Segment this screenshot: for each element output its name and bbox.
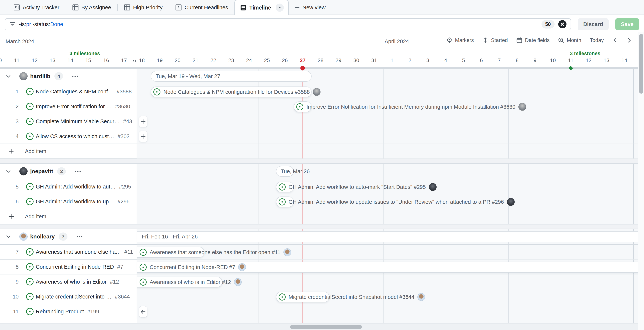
add-dates-button[interactable] [139, 116, 148, 127]
issue-open-icon [26, 293, 34, 300]
day-label: 25 [264, 58, 270, 63]
issue-open-icon [278, 183, 286, 191]
row-timeline: Migrate credentialSecret into Snapshot m… [137, 289, 638, 304]
row-number: 9 [0, 279, 19, 285]
date-fields-button[interactable]: Date fields [516, 37, 550, 43]
issue-title: Rebranding Product [36, 308, 84, 315]
row-number: 11 [0, 308, 19, 315]
month-label: April 2024 [384, 39, 409, 45]
issue-number: #11 [124, 249, 133, 255]
issue-open-icon [140, 278, 147, 286]
table-row: Improve Error Notification for Insuffici… [0, 99, 644, 114]
rows-icon [240, 5, 246, 11]
row-side[interactable]: 4Allow CS access to which cust…#302 [0, 129, 137, 144]
group-menu-button[interactable] [75, 168, 81, 175]
tab-current-headlines[interactable]: Current Headlines [169, 0, 234, 15]
add-item-row: Add item [0, 209, 644, 224]
row-timeline: Awareness of who is in Editor #12 [137, 274, 638, 289]
sort-started-button[interactable]: Started [482, 37, 508, 43]
day-label: 8 [516, 58, 518, 63]
group-header-side[interactable]: joepavitt2 [0, 164, 137, 179]
table-row: Concurrent Editing in Node-RED #78Concur… [0, 259, 644, 274]
tab-high-priority[interactable]: High Priority [118, 0, 169, 15]
group-header-side[interactable]: knolleary7 [0, 229, 137, 245]
group-header-side[interactable]: hardillb4 [0, 69, 137, 84]
issue-title: Complete Minimum Viable Secur… [36, 118, 120, 125]
avatar [429, 183, 436, 191]
group-header: Tue, Mar 26joepavitt2 [0, 164, 644, 179]
today-marker-dot [300, 66, 305, 70]
row-side[interactable]: 9Awareness of who is in Editor#12 [0, 274, 137, 289]
day-label: 23 [228, 58, 234, 63]
row-number: 7 [0, 249, 19, 255]
row-timeline [137, 114, 638, 129]
day-label: 7 [498, 58, 501, 63]
group-date-range-pill[interactable] [126, 231, 644, 242]
row-side[interactable]: 11Rebranding Product#199 [0, 304, 137, 319]
new-view-button[interactable]: New view [289, 0, 331, 15]
issue-title: Node Catalogues & NPM conf… [36, 89, 113, 95]
row-side[interactable]: 5GH Admin: Add workflow to aut…#295 [0, 179, 137, 194]
vertical-scrollbar-thumb[interactable] [639, 34, 643, 94]
row-side[interactable]: 7Awareness that someone else ha…#11 [0, 245, 137, 259]
group-header: Tue, Mar 19 - Wed, Mar 27hardillb4 [0, 69, 644, 84]
tab-activity-tracker[interactable]: Activity Tracker [8, 0, 66, 15]
add-dates-button[interactable] [139, 131, 148, 142]
issue-title: GH Admin: Add workflow to up… [36, 199, 114, 205]
horizontal-scrollbar-thumb[interactable] [290, 324, 362, 329]
group-menu-button[interactable] [72, 73, 78, 79]
project-icon [176, 5, 182, 11]
vertical-scrollbar[interactable] [638, 32, 644, 330]
zoom-in-icon [558, 37, 564, 43]
chevron-down-icon [6, 169, 11, 174]
row-side[interactable]: 8Concurrent Editing in Node-RED#7 [0, 259, 137, 274]
table-row: 4Allow CS access to which cust…#302 [0, 129, 644, 144]
day-label: 12 [586, 58, 592, 63]
group-separator [0, 224, 644, 229]
today-button[interactable]: Today [590, 37, 604, 43]
column-resize-handle[interactable] [131, 56, 139, 66]
kebab-icon [72, 73, 78, 79]
horizontal-scrollbar[interactable] [0, 323, 644, 330]
discard-button[interactable]: Discard [578, 18, 608, 30]
markers-button[interactable]: Markers [446, 37, 474, 43]
zoom-month-button[interactable]: Month [558, 37, 581, 43]
timeline-bar-content: GH Admin: Add workflow to update issues … [278, 196, 515, 207]
prev-page-button[interactable] [612, 38, 618, 43]
timeline-bar-content: GH Admin: Add workflow to auto-mark "Sta… [278, 182, 436, 192]
chevron-right-icon [626, 38, 632, 43]
row-side[interactable]: 10Migrate credentialSecret into …#3644 [0, 289, 137, 304]
filter-input[interactable]: -is:pr -status:Done50 [5, 18, 571, 30]
filter-query-text: -is:pr -status:Done [19, 21, 538, 28]
group-name: knolleary [30, 233, 55, 240]
group-menu-button[interactable] [76, 233, 83, 240]
filter-query-segment: Done [50, 21, 63, 27]
table-icon [124, 5, 130, 11]
save-button[interactable]: Save [615, 18, 639, 30]
row-side[interactable]: 3Complete Minimum Viable Secur…#43 [0, 114, 137, 129]
day-label: 16 [103, 58, 109, 63]
row-timeline: Concurrent Editing in Node-RED #7 [137, 259, 638, 274]
row-number: 3 [0, 118, 19, 125]
tab-timeline[interactable]: Timeline [234, 0, 289, 15]
timeline-bar-label: Awareness of who is in Editor #12 [150, 279, 231, 285]
row-side[interactable]: 1Node Catalogues & NPM conf…#3588 [0, 84, 137, 99]
avatar [418, 293, 425, 301]
chevron-left-icon [612, 38, 618, 43]
next-page-button[interactable] [626, 38, 632, 43]
add-item-label: Add item [25, 213, 46, 220]
scroll-to-item-button[interactable] [139, 306, 148, 317]
day-label: 14 [622, 58, 627, 63]
view-options-button[interactable] [276, 4, 284, 12]
add-item-button[interactable]: Add item [0, 144, 137, 159]
row-timeline: Improve Error Notification for Insuffici… [137, 99, 638, 114]
clear-filter-button[interactable] [558, 20, 566, 28]
day-label: 11 [568, 58, 574, 63]
tab-by-assignee[interactable]: By Assignee [66, 0, 118, 15]
issue-number: #295 [119, 184, 131, 190]
row-side[interactable]: 6GH Admin: Add workflow to up…#296 [0, 194, 137, 209]
filter-query-segment: -status: [31, 21, 50, 27]
day-label: 11 [14, 58, 20, 63]
row-side[interactable]: 2Improve Error Notification for …#3630 [0, 99, 137, 114]
add-item-button[interactable]: Add item [0, 209, 137, 224]
